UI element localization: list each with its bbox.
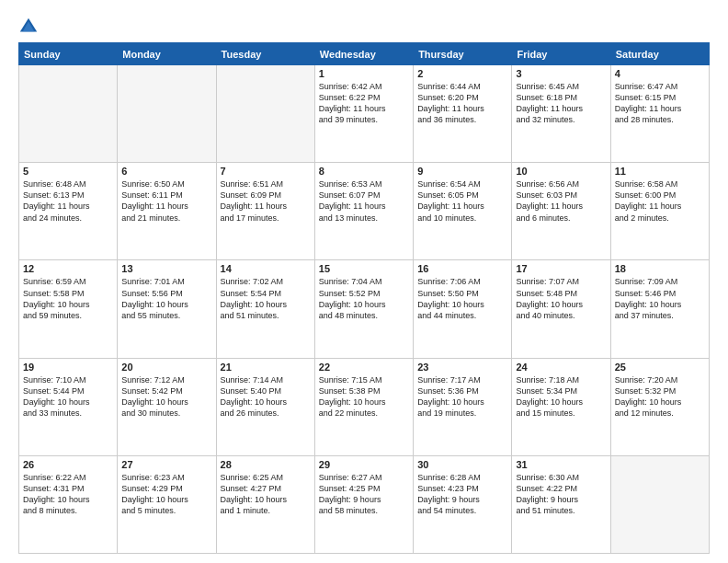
- calendar-cell: 10Sunrise: 6:56 AM Sunset: 6:03 PM Dayli…: [512, 163, 610, 260]
- calendar-cell: 25Sunrise: 7:20 AM Sunset: 5:32 PM Dayli…: [610, 358, 709, 455]
- calendar-cell: 2Sunrise: 6:44 AM Sunset: 6:20 PM Daylig…: [414, 65, 512, 163]
- cell-daylight-info: Sunrise: 7:17 AM Sunset: 5:36 PM Dayligh…: [417, 374, 507, 419]
- calendar-cell: 9Sunrise: 6:54 AM Sunset: 6:05 PM Daylig…: [414, 163, 512, 260]
- day-number: 14: [221, 263, 311, 274]
- day-number: 9: [417, 166, 507, 177]
- calendar-cell: 16Sunrise: 7:06 AM Sunset: 5:50 PM Dayli…: [414, 260, 512, 358]
- calendar-cell: 13Sunrise: 7:01 AM Sunset: 5:56 PM Dayli…: [118, 260, 216, 358]
- cell-daylight-info: Sunrise: 6:30 AM Sunset: 4:22 PM Dayligh…: [516, 472, 606, 517]
- cell-daylight-info: Sunrise: 6:47 AM Sunset: 6:15 PM Dayligh…: [615, 81, 705, 126]
- cell-daylight-info: Sunrise: 7:18 AM Sunset: 5:34 PM Dayligh…: [516, 374, 606, 419]
- header: [18, 17, 710, 37]
- cell-daylight-info: Sunrise: 7:04 AM Sunset: 5:52 PM Dayligh…: [319, 276, 409, 321]
- week-row-4: 26Sunrise: 6:22 AM Sunset: 4:31 PM Dayli…: [19, 455, 710, 553]
- calendar-cell: 8Sunrise: 6:53 AM Sunset: 6:07 PM Daylig…: [314, 163, 413, 260]
- calendar-cell: 6Sunrise: 6:50 AM Sunset: 6:11 PM Daylig…: [118, 163, 216, 260]
- cell-daylight-info: Sunrise: 6:22 AM Sunset: 4:31 PM Dayligh…: [23, 472, 113, 517]
- calendar-cell: 19Sunrise: 7:10 AM Sunset: 5:44 PM Dayli…: [19, 358, 118, 455]
- calendar-cell: 3Sunrise: 6:45 AM Sunset: 6:18 PM Daylig…: [512, 65, 610, 163]
- cell-daylight-info: Sunrise: 6:51 AM Sunset: 6:09 PM Dayligh…: [221, 178, 311, 224]
- day-number: 7: [221, 166, 311, 177]
- calendar-cell: 27Sunrise: 6:23 AM Sunset: 4:29 PM Dayli…: [118, 455, 216, 553]
- weekday-header-tuesday: Tuesday: [216, 43, 314, 65]
- week-row-0: 1Sunrise: 6:42 AM Sunset: 6:22 PM Daylig…: [19, 65, 710, 163]
- day-number: 4: [615, 68, 705, 79]
- day-number: 10: [516, 166, 606, 177]
- cell-daylight-info: Sunrise: 6:45 AM Sunset: 6:18 PM Dayligh…: [516, 81, 606, 126]
- calendar-cell: 21Sunrise: 7:14 AM Sunset: 5:40 PM Dayli…: [216, 358, 314, 455]
- cell-daylight-info: Sunrise: 6:28 AM Sunset: 4:23 PM Dayligh…: [417, 472, 507, 517]
- day-number: 15: [319, 263, 409, 274]
- week-row-1: 5Sunrise: 6:48 AM Sunset: 6:13 PM Daylig…: [19, 163, 710, 260]
- cell-daylight-info: Sunrise: 7:14 AM Sunset: 5:40 PM Dayligh…: [221, 374, 311, 419]
- cell-daylight-info: Sunrise: 7:01 AM Sunset: 5:56 PM Dayligh…: [121, 276, 211, 321]
- calendar-cell: [610, 455, 709, 553]
- weekday-header-wednesday: Wednesday: [314, 43, 413, 65]
- calendar-cell: 1Sunrise: 6:42 AM Sunset: 6:22 PM Daylig…: [314, 65, 413, 163]
- cell-daylight-info: Sunrise: 6:23 AM Sunset: 4:29 PM Dayligh…: [121, 472, 211, 517]
- day-number: 1: [319, 68, 409, 79]
- weekday-header-row: SundayMondayTuesdayWednesdayThursdayFrid…: [19, 43, 710, 65]
- day-number: 29: [319, 459, 409, 470]
- cell-daylight-info: Sunrise: 6:44 AM Sunset: 6:20 PM Dayligh…: [417, 81, 507, 126]
- cell-daylight-info: Sunrise: 7:09 AM Sunset: 5:46 PM Dayligh…: [615, 276, 705, 321]
- week-row-3: 19Sunrise: 7:10 AM Sunset: 5:44 PM Dayli…: [19, 358, 710, 455]
- weekday-header-saturday: Saturday: [610, 43, 709, 65]
- cell-daylight-info: Sunrise: 6:25 AM Sunset: 4:27 PM Dayligh…: [221, 472, 311, 517]
- day-number: 13: [121, 263, 211, 274]
- calendar-cell: 14Sunrise: 7:02 AM Sunset: 5:54 PM Dayli…: [216, 260, 314, 358]
- cell-daylight-info: Sunrise: 6:53 AM Sunset: 6:07 PM Dayligh…: [319, 178, 409, 224]
- calendar-cell: 12Sunrise: 6:59 AM Sunset: 5:58 PM Dayli…: [19, 260, 118, 358]
- day-number: 30: [417, 459, 507, 470]
- day-number: 27: [121, 459, 211, 470]
- day-number: 8: [319, 166, 409, 177]
- cell-daylight-info: Sunrise: 6:50 AM Sunset: 6:11 PM Dayligh…: [121, 178, 211, 224]
- cell-daylight-info: Sunrise: 7:12 AM Sunset: 5:42 PM Dayligh…: [121, 374, 211, 419]
- calendar-cell: 15Sunrise: 7:04 AM Sunset: 5:52 PM Dayli…: [314, 260, 413, 358]
- calendar-cell: 18Sunrise: 7:09 AM Sunset: 5:46 PM Dayli…: [610, 260, 709, 358]
- day-number: 5: [23, 166, 113, 177]
- calendar-cell: 4Sunrise: 6:47 AM Sunset: 6:15 PM Daylig…: [610, 65, 709, 163]
- cell-daylight-info: Sunrise: 6:59 AM Sunset: 5:58 PM Dayligh…: [23, 276, 113, 321]
- logo: [18, 17, 42, 37]
- calendar-cell: 22Sunrise: 7:15 AM Sunset: 5:38 PM Dayli…: [314, 358, 413, 455]
- day-number: 2: [417, 68, 507, 79]
- day-number: 21: [221, 362, 311, 373]
- calendar-cell: 29Sunrise: 6:27 AM Sunset: 4:25 PM Dayli…: [314, 455, 413, 553]
- day-number: 11: [615, 166, 705, 177]
- weekday-header-monday: Monday: [118, 43, 216, 65]
- day-number: 17: [516, 263, 606, 274]
- calendar-cell: 28Sunrise: 6:25 AM Sunset: 4:27 PM Dayli…: [216, 455, 314, 553]
- cell-daylight-info: Sunrise: 6:54 AM Sunset: 6:05 PM Dayligh…: [417, 178, 507, 224]
- weekday-header-friday: Friday: [512, 43, 610, 65]
- day-number: 20: [121, 362, 211, 373]
- cell-daylight-info: Sunrise: 7:02 AM Sunset: 5:54 PM Dayligh…: [221, 276, 311, 321]
- day-number: 3: [516, 68, 606, 79]
- weekday-header-sunday: Sunday: [19, 43, 118, 65]
- cell-daylight-info: Sunrise: 6:56 AM Sunset: 6:03 PM Dayligh…: [516, 178, 606, 224]
- cell-daylight-info: Sunrise: 6:27 AM Sunset: 4:25 PM Dayligh…: [319, 472, 409, 517]
- cell-daylight-info: Sunrise: 7:07 AM Sunset: 5:48 PM Dayligh…: [516, 276, 606, 321]
- week-row-2: 12Sunrise: 6:59 AM Sunset: 5:58 PM Dayli…: [19, 260, 710, 358]
- day-number: 26: [23, 459, 113, 470]
- cell-daylight-info: Sunrise: 6:48 AM Sunset: 6:13 PM Dayligh…: [23, 178, 113, 224]
- calendar-cell: 5Sunrise: 6:48 AM Sunset: 6:13 PM Daylig…: [19, 163, 118, 260]
- day-number: 6: [121, 166, 211, 177]
- day-number: 22: [319, 362, 409, 373]
- day-number: 31: [516, 459, 606, 470]
- calendar-cell: [19, 65, 118, 163]
- day-number: 19: [23, 362, 113, 373]
- calendar-cell: 11Sunrise: 6:58 AM Sunset: 6:00 PM Dayli…: [610, 163, 709, 260]
- page: SundayMondayTuesdayWednesdayThursdayFrid…: [0, 0, 728, 563]
- calendar-cell: 7Sunrise: 6:51 AM Sunset: 6:09 PM Daylig…: [216, 163, 314, 260]
- calendar-cell: [216, 65, 314, 163]
- calendar-cell: 24Sunrise: 7:18 AM Sunset: 5:34 PM Dayli…: [512, 358, 610, 455]
- cell-daylight-info: Sunrise: 7:20 AM Sunset: 5:32 PM Dayligh…: [615, 374, 705, 419]
- day-number: 24: [516, 362, 606, 373]
- calendar-cell: 23Sunrise: 7:17 AM Sunset: 5:36 PM Dayli…: [414, 358, 512, 455]
- cell-daylight-info: Sunrise: 7:06 AM Sunset: 5:50 PM Dayligh…: [417, 276, 507, 321]
- day-number: 25: [615, 362, 705, 373]
- calendar-cell: [118, 65, 216, 163]
- day-number: 23: [417, 362, 507, 373]
- calendar-cell: 17Sunrise: 7:07 AM Sunset: 5:48 PM Dayli…: [512, 260, 610, 358]
